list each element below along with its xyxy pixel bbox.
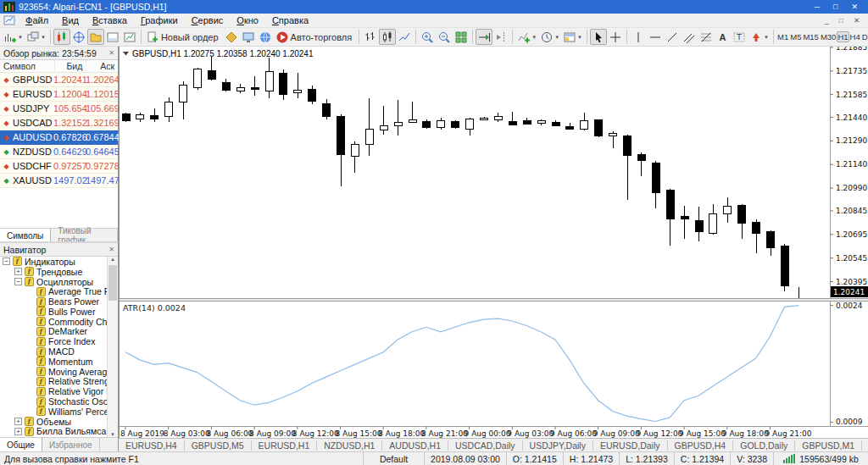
expand-icon[interactable]: + bbox=[14, 268, 22, 275]
cursor-tool-button[interactable] bbox=[590, 29, 607, 45]
scrollbar-thumb[interactable] bbox=[108, 265, 117, 301]
market-watch-row-eurusd[interactable]: ◆EURUSD1.120041.12015 bbox=[0, 87, 118, 102]
market-watch-row-audusd[interactable]: ◆AUDUSD0.678260.67844 bbox=[0, 130, 118, 145]
fibonacci-tool-button[interactable] bbox=[698, 29, 715, 45]
chart-tab-gbpusd-m5-1[interactable]: GBPUSD,M5 bbox=[185, 440, 252, 451]
child-restore-button[interactable]: □ bbox=[839, 16, 843, 25]
navigator-item-volumes[interactable]: +ƒОбъемы bbox=[0, 417, 107, 427]
chart-shift-button[interactable] bbox=[492, 29, 509, 45]
timeframe-button-m30[interactable]: M30 bbox=[820, 31, 837, 42]
chart-window-icon[interactable] bbox=[3, 15, 15, 25]
navigator-toggle-button[interactable] bbox=[87, 29, 104, 45]
expand-icon[interactable]: + bbox=[14, 418, 22, 425]
trendline-tool-button[interactable] bbox=[664, 29, 681, 45]
menu-item-service[interactable]: Сервис bbox=[185, 14, 231, 26]
child-close-button[interactable]: ✕ bbox=[854, 16, 860, 25]
timeframe-button-m15[interactable]: M15 bbox=[802, 31, 819, 42]
restore-button[interactable]: □ bbox=[833, 3, 837, 11]
auto-scroll-button[interactable] bbox=[476, 29, 492, 45]
navigator-item-momentum[interactable]: ƒMomentum bbox=[0, 357, 107, 367]
navigator-item-average-true-range[interactable]: ƒAverage True Rang bbox=[0, 286, 107, 296]
menu-item-file[interactable]: Файл bbox=[19, 14, 55, 26]
navigator-item-moving-average-oscillator[interactable]: ƒMoving Average o bbox=[0, 367, 107, 377]
templates-button[interactable]: ▼ bbox=[561, 29, 584, 45]
gbpusd-h1-chart[interactable]: 1.218851.217351.215851.214401.212901.211… bbox=[120, 47, 868, 438]
tab-tick-chart[interactable]: Тиковый график bbox=[51, 229, 118, 241]
timeframe-button-h1[interactable]: H1 bbox=[837, 31, 849, 42]
navigator-item-commodity-channel[interactable]: ƒCommodity Chann bbox=[0, 317, 107, 327]
indicators-button[interactable]: ▼ bbox=[515, 29, 538, 45]
navigator-scrollbar[interactable]: ▲ ▼ bbox=[107, 257, 118, 437]
menu-item-insert[interactable]: Вставка bbox=[86, 14, 134, 26]
menu-item-help[interactable]: Справка bbox=[265, 14, 315, 26]
tab-common[interactable]: Общие bbox=[0, 438, 42, 451]
menu-item-charts[interactable]: Графики bbox=[134, 14, 185, 26]
timeframe-button-d1[interactable]: D1 bbox=[861, 31, 868, 42]
child-minimize-button[interactable]: _ bbox=[825, 16, 829, 25]
tab-favorites[interactable]: Избранное bbox=[42, 438, 100, 451]
expand-icon[interactable]: + bbox=[14, 428, 22, 435]
navigator-item-bulls-power[interactable]: ƒBulls Power bbox=[0, 307, 107, 317]
scroll-up-icon[interactable]: ▲ bbox=[108, 257, 118, 262]
vertical-line-tool-button[interactable] bbox=[630, 29, 647, 45]
market-watch-row-usdjpy[interactable]: ◆USDJPY105.654105.669 bbox=[0, 102, 118, 116]
equidistant-channel-tool-button[interactable] bbox=[681, 29, 698, 45]
navigator-item-williams-percent-range[interactable]: ƒWilliams' Percent bbox=[0, 407, 107, 417]
arrows-tool-button[interactable]: ▼ bbox=[748, 29, 771, 45]
navigator-item-bears-power[interactable]: ƒBears Power bbox=[0, 296, 107, 307]
chart-tab-audusd-h1-4[interactable]: AUDUSD,H1 bbox=[382, 440, 448, 451]
navigator-item-oscillators[interactable]: −ƒОсцилляторы bbox=[0, 277, 107, 287]
horizontal-line-tool-button[interactable] bbox=[647, 29, 664, 45]
navigator-close-icon[interactable]: ✕ bbox=[108, 246, 114, 253]
chart-tab-nzdusd-h1-3[interactable]: NZDUSD,H1 bbox=[317, 440, 382, 451]
chart-tab-eurusd-daily-7[interactable]: EURUSD,Daily bbox=[593, 440, 668, 451]
expert-advisors-button[interactable] bbox=[240, 29, 257, 45]
minimize-button[interactable]: ─ bbox=[815, 3, 820, 11]
metaeditor-button[interactable] bbox=[223, 29, 240, 45]
navigator-item-macd[interactable]: ƒMACD bbox=[0, 346, 107, 357]
community-button[interactable] bbox=[257, 29, 274, 45]
chart-tab-eurusd-h4-0[interactable]: EURUSD,H4 bbox=[119, 440, 185, 451]
chart-tab-usdcad-daily-5[interactable]: USDCAD,Daily bbox=[448, 440, 523, 451]
timeframe-button-h4[interactable]: H4 bbox=[849, 31, 861, 42]
crosshair-tool-button[interactable] bbox=[607, 29, 624, 45]
market-watch-toggle-button[interactable] bbox=[53, 29, 70, 45]
chart-tab-gbpusd-h4-8[interactable]: GBPUSD,H4 bbox=[668, 440, 734, 451]
zoom-in-button[interactable] bbox=[419, 29, 436, 45]
chart-tab-gold-daily-9[interactable]: GOLD,Daily bbox=[733, 440, 795, 451]
timeframe-button-m5[interactable]: M5 bbox=[789, 31, 802, 42]
menu-item-view[interactable]: Вид bbox=[55, 14, 86, 26]
navigator-item-force-index[interactable]: ƒForce Index bbox=[0, 336, 107, 346]
tab-symbols[interactable]: Символы bbox=[0, 229, 51, 241]
strategy-tester-toggle-button[interactable] bbox=[121, 29, 138, 45]
close-button[interactable]: ✕ bbox=[851, 3, 858, 11]
text-tool-button[interactable]: A bbox=[715, 29, 731, 45]
menu-item-window[interactable]: Окно bbox=[230, 14, 265, 26]
navigator-item-indicators[interactable]: −ƒИндикаторы bbox=[0, 257, 107, 267]
chart-tab-usdjpy-daily-6[interactable]: USDJPY,Daily bbox=[523, 440, 593, 451]
periods-button[interactable]: ▼ bbox=[538, 29, 561, 45]
market-watch-row-nzdusd[interactable]: ◆NZDUSD0.646290.64645 bbox=[0, 145, 118, 159]
navigator-item-relative-strength-index[interactable]: ƒRelative Strength I bbox=[0, 377, 107, 387]
data-window-toggle-button[interactable] bbox=[70, 29, 87, 45]
market-watch-row-usdchf[interactable]: ◆USDCHF0.972570.97278 bbox=[0, 159, 118, 174]
bar-chart-type-button[interactable] bbox=[362, 29, 379, 45]
column-symbol[interactable]: Символ bbox=[0, 61, 54, 71]
market-watch-row-usdcad[interactable]: ◆USDCAD1.321521.32169 bbox=[0, 116, 118, 130]
autotrade-button[interactable]: Авто-торговля bbox=[274, 29, 357, 45]
navigator-item-bill-williams[interactable]: +ƒБилла Вильямса bbox=[0, 427, 107, 437]
status-profile[interactable]: Default bbox=[363, 452, 424, 465]
tile-windows-button[interactable] bbox=[453, 29, 470, 45]
chart-tab-gbpusd-m1-10[interactable]: GBPUSD,M1 bbox=[795, 440, 862, 451]
text-label-tool-button[interactable]: T bbox=[731, 29, 748, 45]
chart-tab-usdcad-h1-11[interactable]: USDCAD,H1 bbox=[862, 440, 868, 451]
new-chart-button[interactable]: ▼ bbox=[2, 29, 25, 45]
navigator-item-demarker[interactable]: ƒDeMarker bbox=[0, 327, 107, 337]
timeframe-button-m1[interactable]: M1 bbox=[776, 31, 789, 42]
navigator-item-trend[interactable]: +ƒТрендовые bbox=[0, 267, 107, 277]
collapse-icon[interactable]: − bbox=[3, 257, 10, 265]
market-watch-row-gbpusd[interactable]: ◆GBPUSD1.202411.20264 bbox=[0, 73, 118, 87]
navigator-item-relative-vigor-index[interactable]: ƒRelative Vigor Ind bbox=[0, 386, 107, 396]
collapse-icon[interactable]: − bbox=[14, 278, 22, 285]
terminal-toggle-button[interactable] bbox=[104, 29, 121, 45]
